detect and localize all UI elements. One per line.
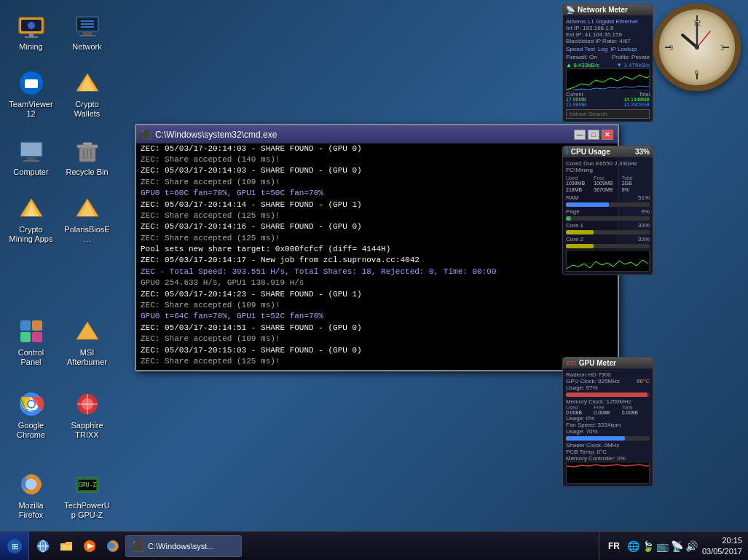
gpu-clock: GPU Clock: 925MHz (566, 378, 620, 384)
desktop-icon-polaris[interactable]: PolarisBiosE... (60, 190, 114, 248)
gpu-pcb: PCB Temp: 0°C (566, 449, 650, 455)
computer-label: Computer (13, 167, 48, 177)
gpu-mem-ctrl: Memory Controller: 0% (566, 455, 650, 462)
cmd-restore-button[interactable]: □ (588, 130, 599, 140)
tray-network-icon[interactable]: 🌐 (627, 540, 639, 552)
cmd-minimize-button[interactable]: — (574, 130, 586, 140)
taskbar-ie-icon[interactable] (32, 535, 54, 557)
cpu-ram-total: 2GB (622, 181, 650, 186)
network-log[interactable]: Log (598, 46, 607, 52)
polaris-label: PolarisBiosE... (63, 225, 111, 244)
cmd-close-button[interactable]: ✕ (602, 130, 613, 140)
cmd-line: ZEC: Share accepted (109 ms)! (141, 300, 613, 311)
desktop-icon-crypto-mining[interactable]: Crypto Mining Apps (4, 190, 58, 248)
taskbar-cmd-title: C:\Windows\syst... (148, 542, 213, 551)
firefox-icon (17, 470, 46, 499)
gpu-fan-bar (566, 436, 650, 441)
network-profile: Profile: Private (612, 54, 650, 60)
svg-text:⊞: ⊞ (11, 542, 17, 551)
crypto-mining-label: Crypto Mining Apps (7, 225, 55, 244)
gpuz-label: TechPowerUp GPU-Z (63, 501, 111, 520)
cmd-line: ZEC: Share accepted (140 ms)! (141, 154, 613, 165)
ram-progress (566, 202, 650, 207)
svg-text:9: 9 (669, 44, 673, 52)
network-speed-test[interactable]: Speed Test (566, 46, 595, 52)
cmd-line: ZEC: 05/03/17-20:14:16 - SHARE FOUND - (… (141, 221, 613, 232)
svg-rect-10 (27, 157, 36, 160)
sapphire-icon (73, 390, 102, 419)
svg-line-60 (697, 31, 710, 47)
crypto-wallets-icon (73, 68, 102, 98)
msi-icon (73, 317, 102, 346)
ati-icon: ATI (566, 360, 576, 367)
svg-rect-11 (23, 160, 39, 162)
tray-volume-icon[interactable]: 🔊 (685, 540, 698, 552)
svg-rect-20 (83, 32, 92, 35)
network-meter-icon: 📡 (566, 6, 575, 14)
taskbar-cmd-program[interactable]: ⬛ C:\Windows\syst... (125, 535, 242, 557)
taskbar-folder-icon[interactable] (55, 535, 77, 557)
cmd-titlebar: ⬛ C:\Windows\system32\cmd.exe — □ ✕ (136, 125, 618, 143)
cmd-controls: — □ ✕ (574, 130, 613, 140)
desktop-icon-recycle[interactable]: Recycle Bin (60, 133, 114, 181)
network-meter-title: 📡 Network Meter (563, 4, 653, 15)
svg-point-2 (28, 22, 35, 29)
cmd-line: ZEC - Total Speed: 393.551 H/s, Total Sh… (141, 267, 613, 277)
desktop-icon-computer[interactable]: Computer (4, 133, 58, 181)
clock-widget: 12 3 6 9 (653, 4, 741, 91)
network-blacklisted: Blacklisted IP Ratio: 4/67 (566, 38, 650, 44)
computer-icon (17, 136, 46, 165)
cmd-line: ZEC: Share accepted (109 ms)! (141, 334, 613, 344)
network-download-total: 14.1448MB (623, 97, 650, 102)
svg-text:6: 6 (695, 68, 698, 76)
taskbar: ⊞ (0, 531, 748, 560)
tray-network2-icon[interactable]: 📡 (671, 540, 683, 552)
tray-leaves-icon[interactable]: 🍃 (642, 540, 654, 552)
msi-label: MSI Afterburner (63, 348, 111, 367)
tray-teamviewer-tray-icon[interactable]: 📺 (656, 540, 669, 552)
cmd-body[interactable]: ZEC: 05/03/17-20:14:01 - SHARE FOUND - (… (136, 143, 618, 370)
network-ip-lookup[interactable]: IP Lookup (610, 46, 637, 52)
cpu-graph (566, 250, 650, 272)
polaris-icon (73, 194, 102, 223)
desktop-icon-msi[interactable]: MSI Afterburner (60, 313, 114, 371)
gpu-meter-widget: ATI GPU Meter Radeon HD 7900 GPU Clock: … (562, 357, 653, 487)
yahoo-search-input[interactable] (566, 109, 650, 119)
desktop-icon-network[interactable]: Network (60, 7, 114, 55)
firefox-label: Mozilla Firefox (7, 501, 55, 520)
desktop-icon-control-panel[interactable]: Control Panel (4, 313, 58, 371)
desktop-icon-crypto-wallets[interactable]: Crypto Wallets (60, 65, 114, 122)
svg-rect-25 (77, 145, 98, 148)
svg-rect-32 (20, 320, 31, 331)
svg-rect-21 (79, 35, 95, 36)
control-panel-icon (17, 317, 46, 346)
cmd-line: ZEC: Share accepted (125 ms)! (141, 356, 613, 367)
cpu-used-label: Used (566, 176, 594, 181)
desktop-icon-chrome[interactable]: Google Chrome (4, 386, 58, 443)
desktop-icon-mining[interactable]: Mining (4, 7, 58, 55)
cpu-total-label: Total (622, 176, 650, 181)
taskbar-media-icon[interactable] (79, 535, 101, 557)
chrome-icon (17, 390, 46, 419)
cmd-line: ZEC: 05/03/17-20:15:03 - SHARE FOUND - (… (141, 345, 613, 356)
cmd-line: ZEC: Share accepted (125 ms)! (141, 233, 613, 244)
desktop-icon-teamviewer[interactable]: TeamViewer 12 (4, 65, 58, 122)
network-upload-month: 21.98MB (566, 102, 586, 107)
svg-rect-4 (25, 36, 38, 38)
gpu-meter-title: ATI GPU Meter (563, 358, 653, 368)
cmd-line: ZEC: 05/03/17-20:14:03 - SHARE FOUND - (… (141, 143, 613, 154)
cmd-line: GPU0 254.633 H/s, GPU1 138.919 H/s (141, 277, 613, 288)
taskbar-cmd-icon: ⬛ (132, 540, 144, 552)
mining-label: Mining (19, 42, 42, 52)
start-button[interactable]: ⊞ (0, 532, 29, 561)
network-meter-widget: 📡 Network Meter Atheros L1 Gigabit Ether… (562, 4, 653, 122)
cmd-line: ZEC: 05/03/17-20:14:14 - SHARE FOUND - (… (141, 200, 613, 210)
gpu-fan-usage: Usage: 70% (566, 428, 650, 435)
desktop-icon-sapphire[interactable]: Sapphire TRIXX (60, 386, 114, 443)
taskbar-firefox-taskbar-icon[interactable] (102, 535, 124, 557)
gpu-shader: Shader Clock: 0MHz (566, 442, 650, 449)
crypto-wallets-label: Crypto Wallets (63, 100, 111, 119)
desktop-icon-gpuz[interactable]: GPU-Z TechPowerUp GPU-Z (60, 466, 114, 524)
desktop-icon-firefox[interactable]: Mozilla Firefox (4, 466, 58, 524)
cpu-ram-used: 1038MB (566, 181, 594, 186)
